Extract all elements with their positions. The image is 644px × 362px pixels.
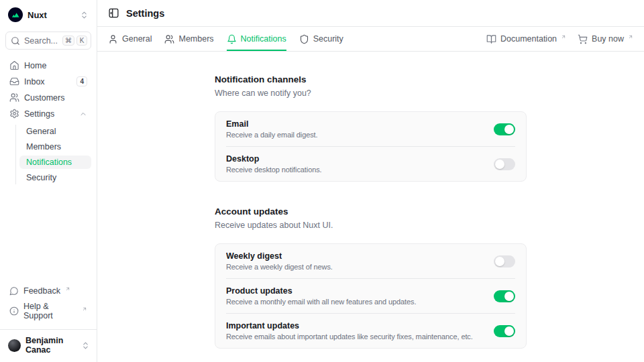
user-menu[interactable]: Benjamin Canac	[0, 329, 97, 357]
sidebar-item-help-support[interactable]: Help & Support	[5, 300, 91, 322]
sidebar-footer: Feedback Help & Support Benjamin Canac	[5, 284, 91, 357]
setting-label: Weekly digest	[226, 251, 484, 261]
section-account-updates: Account updates Receive updates about Nu…	[215, 206, 527, 349]
toggle-email[interactable]	[494, 123, 515, 135]
chevrons-up-down-icon	[81, 341, 90, 350]
avatar	[8, 339, 21, 352]
setting-description: Receive desktop notifications.	[226, 166, 484, 174]
home-icon	[9, 60, 19, 70]
toggle-important-updates[interactable]	[494, 325, 515, 337]
toggle-product-updates[interactable]	[494, 290, 515, 302]
tab-security[interactable]: Security	[299, 27, 343, 51]
action-buy-now[interactable]: Buy now	[578, 34, 633, 44]
external-link-icon	[628, 34, 633, 40]
toggle-knob	[504, 125, 514, 134]
sidebar-item-general[interactable]: General	[19, 125, 91, 138]
bell-icon	[227, 34, 237, 44]
panel-left-close-icon	[108, 7, 119, 19]
settings-container: Notification channels Where can we notif…	[215, 52, 527, 349]
setting-description: Receive a monthly email with all new fea…	[226, 298, 484, 306]
sidebar-item-feedback[interactable]: Feedback	[5, 284, 91, 298]
sidebar-subnav-settings: GeneralMembersNotificationsSecurity	[15, 125, 91, 184]
sidebar: Nuxt Search... ⌘K Home Inbox 4 Customers…	[0, 0, 97, 362]
cart-icon	[578, 34, 588, 44]
setting-row: Email Receive a daily email digest.	[215, 112, 526, 146]
main-area: Settings General Members Notifications S…	[97, 0, 644, 362]
section-title: Notification channels	[215, 74, 527, 84]
gear-icon	[9, 109, 19, 119]
toggle-knob	[495, 160, 504, 169]
app-window: Nuxt Search... ⌘K Home Inbox 4 Customers…	[0, 0, 644, 362]
book-icon	[486, 34, 496, 44]
content: Notification channels Where can we notif…	[97, 52, 644, 362]
setting-row: Desktop Receive desktop notifications.	[215, 147, 526, 181]
users-icon	[9, 93, 19, 103]
toggle-desktop[interactable]	[494, 158, 515, 170]
main-header: Settings	[97, 0, 644, 27]
section-description: Receive updates about Nuxt UI.	[215, 221, 527, 230]
section-description: Where can we notify you?	[215, 88, 527, 98]
info-icon	[9, 306, 19, 316]
action-documentation[interactable]: Documentation	[486, 34, 566, 44]
page-title: Settings	[126, 8, 164, 19]
chevron-up-icon	[79, 110, 87, 118]
workspace-switcher[interactable]: Nuxt	[5, 5, 91, 24]
toggle-weekly-digest[interactable]	[494, 255, 515, 267]
tab-actions: Documentation Buy now	[486, 34, 633, 44]
search-icon	[11, 36, 20, 46]
setting-description: Receive a daily email digest.	[226, 131, 484, 139]
collapse-sidebar-button[interactable]	[108, 7, 119, 19]
setting-label: Product updates	[226, 286, 484, 296]
kbd-cmd: ⌘	[62, 36, 74, 46]
external-link-icon	[82, 306, 87, 312]
sidebar-item-inbox[interactable]: Inbox 4	[5, 74, 91, 88]
section-title: Account updates	[215, 206, 527, 217]
sidebar-item-settings[interactable]: Settings	[5, 107, 91, 121]
chevrons-up-down-icon	[80, 11, 89, 19]
search-placeholder: Search...	[24, 36, 58, 46]
search-input[interactable]: Search... ⌘K	[5, 32, 91, 50]
toggle-knob	[504, 292, 514, 301]
nuxt-logo-icon	[8, 7, 23, 22]
chat-icon	[9, 286, 19, 296]
setting-label: Email	[226, 119, 484, 129]
inbox-icon	[9, 76, 19, 86]
external-link-icon	[561, 34, 566, 40]
section-notification-channels: Notification channels Where can we notif…	[215, 74, 527, 182]
toggle-knob	[504, 326, 514, 336]
settings-card: Weekly digest Receive a weekly digest of…	[215, 243, 527, 349]
toggle-knob	[495, 257, 504, 266]
tabbar: General Members Notifications Security D…	[97, 27, 644, 52]
tab-general[interactable]: General	[108, 27, 152, 51]
external-link-icon	[65, 286, 70, 292]
kbd-k: K	[76, 36, 87, 46]
shield-icon	[299, 34, 309, 44]
setting-row: Product updates Receive a monthly email …	[215, 279, 526, 313]
users-icon	[164, 34, 174, 44]
user-icon	[108, 34, 118, 44]
setting-label: Important updates	[226, 321, 484, 330]
sidebar-item-notifications[interactable]: Notifications	[19, 156, 91, 169]
tabs-group: General Members Notifications Security	[108, 27, 343, 51]
sidebar-item-customers[interactable]: Customers	[5, 90, 91, 105]
setting-description: Receive a weekly digest of news.	[226, 263, 484, 271]
setting-label: Desktop	[226, 154, 484, 164]
sidebar-item-home[interactable]: Home	[5, 58, 91, 72]
inbox-count-badge: 4	[76, 76, 87, 86]
setting-row: Weekly digest Receive a weekly digest of…	[215, 244, 526, 278]
user-name: Benjamin Canac	[25, 336, 76, 355]
setting-row: Important updates Receive emails about i…	[215, 314, 526, 348]
sidebar-item-members[interactable]: Members	[19, 140, 91, 154]
tab-members[interactable]: Members	[164, 27, 213, 51]
workspace-name: Nuxt	[28, 10, 75, 20]
sidebar-nav: Home Inbox 4 Customers Settings GeneralM…	[5, 58, 91, 184]
setting-description: Receive emails about important updates l…	[226, 333, 484, 341]
settings-card: Email Receive a daily email digest. Desk…	[215, 111, 527, 182]
search-kbds: ⌘K	[62, 36, 87, 46]
sidebar-item-security[interactable]: Security	[19, 171, 91, 184]
sidebar-footer-links: Feedback Help & Support	[5, 284, 91, 322]
tab-notifications[interactable]: Notifications	[227, 27, 286, 51]
